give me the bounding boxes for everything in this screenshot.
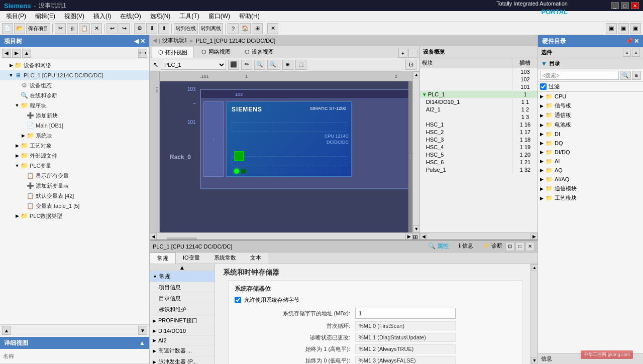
upload-button[interactable]: ⬆ <box>158 23 169 34</box>
ov-row-di14do10[interactable]: DI14/DO10_1 1 1 <box>420 98 538 106</box>
ov-row-hsc5[interactable]: HSC_5 1 20 <box>420 151 538 159</box>
ov-row-103[interactable]: 103 <box>420 68 538 76</box>
props-tree-project-info[interactable]: 项目信息 <box>150 282 215 293</box>
arrow-system-blocks[interactable]: ▶ <box>20 133 26 139</box>
hw-filter-checkbox[interactable] <box>540 83 547 90</box>
nav-back-icon[interactable]: ◀ <box>153 37 157 44</box>
props-tree-hsc[interactable]: ▶ 高速计数器 ... <box>150 345 215 356</box>
tree-item-var-table-1[interactable]: ▶ 📋 变量表 table_1 [5] <box>0 201 149 211</box>
ov-row-hsc6[interactable]: HSC_6 1 21 <box>420 159 538 166</box>
tree-resize-button[interactable]: ⟷ <box>138 49 147 58</box>
ov-row-ai2[interactable]: AI2_1 1 2 <box>420 106 538 113</box>
ov-row-hsc3[interactable]: HSC_3 1 18 <box>420 136 538 144</box>
ov-row-empty-13[interactable]: 1 3 <box>420 113 538 121</box>
canvas-btn5[interactable]: ⊕ <box>282 60 293 70</box>
ov-row-hsc2[interactable]: HSC_2 1 17 <box>420 129 538 136</box>
tree-item-online-diag[interactable]: ▶ 🔍 在线和诊断 <box>0 90 149 100</box>
hw-search-reset-btn[interactable]: ≡ <box>632 71 641 80</box>
arrow-ext-src[interactable]: ▶ <box>14 153 20 159</box>
cat-item-ai[interactable]: ▶ 📁 AI <box>538 157 643 166</box>
tree-item-plc-vars[interactable]: ▼ 📁 PLC变量 <box>0 161 149 171</box>
properties-tab[interactable]: 🔍 属性 <box>428 242 449 251</box>
hw-catalog-pin-btn[interactable]: 📌 <box>625 38 633 45</box>
prop-tab-sys-const[interactable]: 系统常数 <box>207 253 243 264</box>
props-vscroll-down[interactable]: ▼ <box>531 357 538 364</box>
tree-item-ext-sources[interactable]: ▶ 📁 外部源文件 <box>0 151 149 161</box>
cut-button[interactable]: ✂ <box>55 23 66 34</box>
breadcrumb-plc[interactable]: PLC_1 [CPU 1214C DC/DC/DC] <box>196 38 275 44</box>
tree-scroll-down[interactable]: ▼ <box>138 326 147 335</box>
hw-options-btn2[interactable]: ≡ <box>632 49 640 57</box>
hw-options-btn1[interactable]: ≡ <box>623 49 631 57</box>
ov-row-102[interactable]: 102 <box>420 76 538 83</box>
ov-row-hsc1[interactable]: HSC_1 1 16 <box>420 121 538 129</box>
save-button[interactable]: 保存项目 <box>26 23 50 34</box>
tree-item-plc1[interactable]: ▼ 🖥 PLC_1 [CPU 1214C DC/DC/DC] <box>0 70 149 80</box>
cat-item-cpu[interactable]: ▶ 📁 CPU <box>538 92 643 101</box>
hw-search-input[interactable] <box>540 71 619 80</box>
canvas-btn2[interactable]: ✏ <box>241 60 252 70</box>
arrow-plc1[interactable]: ▼ <box>8 72 14 78</box>
menu-project[interactable]: 项目(P) <box>2 11 30 22</box>
device-canvas[interactable]: Rack_0 103 – 101 <box>160 81 412 232</box>
tree-item-device-config[interactable]: ▶ ⚙ 设备组态 <box>0 80 149 90</box>
cat-item-aq[interactable]: ▶ 📁 AQ <box>538 166 643 175</box>
cat-item-battery-board[interactable]: ▶ 📁 电池板 <box>538 120 643 130</box>
goto-offline-button[interactable]: 转到离线 <box>199 23 223 34</box>
menu-window[interactable]: 窗口(W) <box>204 11 234 22</box>
copy-button[interactable]: ⎘ <box>67 23 78 34</box>
tree-header-btn2[interactable]: ✕ <box>140 38 145 45</box>
ov-hscroll-right[interactable]: ▶ <box>530 233 538 239</box>
tree-item-system-blocks[interactable]: ▶ 📁 系统块 <box>0 131 149 141</box>
canvas-hscroll-right[interactable]: ▶ <box>405 233 412 240</box>
props-tree-general[interactable]: ▼ 常规 <box>150 271 215 282</box>
new-button[interactable]: 📄 <box>2 23 13 34</box>
menu-help[interactable]: 帮助(H) <box>235 11 264 22</box>
canvas-vscroll-up[interactable]: ▲ <box>413 71 419 78</box>
canvas-btn1[interactable]: ⬛ <box>228 60 239 70</box>
ov-hscroll-left[interactable]: ◀ <box>420 233 427 239</box>
canvas-btn6[interactable]: ⬚ <box>295 60 306 70</box>
tree-header-btn1[interactable]: ◀ <box>134 38 139 45</box>
tb-right3[interactable]: ▣ <box>630 23 641 34</box>
plc1-tree-arrow[interactable]: ▼ <box>422 92 427 97</box>
tree-back-button[interactable]: ◀ <box>2 49 11 58</box>
cat-item-di[interactable]: ▶ 📁 DI <box>538 130 643 139</box>
tree-item-add-var-table[interactable]: ▶ ➕ 添加新变量表 <box>0 181 149 191</box>
tree-item-default-var-table[interactable]: ▶ 📋 默认变量表 [42] <box>0 191 149 201</box>
menu-edit[interactable]: 编辑(E) <box>31 11 59 22</box>
cat-item-dq-di[interactable]: ▶ 📁 DI/DQ <box>538 148 643 157</box>
overview-button[interactable]: ⊞ <box>252 23 263 34</box>
ov-row-101[interactable]: 101 <box>420 83 538 91</box>
tab-device-view[interactable]: ⬡ 设备视图 <box>238 46 280 58</box>
arrow-plc-data-types[interactable]: ▶ <box>14 213 20 219</box>
cat-item-signal-board[interactable]: ▶ 📁 信号板 <box>538 101 643 110</box>
menu-view[interactable]: 视图(V) <box>60 11 88 22</box>
props-vscroll-up[interactable]: ▲ <box>531 264 538 271</box>
field-input-addr[interactable] <box>355 308 456 319</box>
props-tree-ai2[interactable]: ▶ AI2 <box>150 336 215 345</box>
tree-fwd-button[interactable]: ▶ <box>12 49 21 58</box>
tree-item-main-ob1[interactable]: ▶ 📄 Main [OB1] <box>0 120 149 131</box>
tab-network[interactable]: ⬡ 网络视图 <box>195 46 237 58</box>
cat-item-dq[interactable]: ▶ 📁 DQ <box>538 139 643 148</box>
prop-tab-io-vars[interactable]: IO变量 <box>176 253 207 264</box>
arrow-tech-obj[interactable]: ▶ <box>14 143 20 149</box>
redo-button[interactable]: ↪ <box>119 23 130 34</box>
prop-tab-general[interactable]: 常规 <box>150 253 176 264</box>
cat-item-tech-module[interactable]: ▶ 📁 工艺模块 <box>538 193 643 203</box>
green-button[interactable] <box>234 151 244 161</box>
tree-item-program-blocks[interactable]: ▼ 📁 程序块 <box>0 100 149 110</box>
props-tree-ident-maint[interactable]: 标识和维护 <box>150 304 215 315</box>
tab-topology[interactable]: ⬡ 拓扑视图 <box>152 47 194 58</box>
menu-online[interactable]: 在线(O) <box>116 11 145 22</box>
tree-item-plc-data-types[interactable]: ▶ 📁 PLC数据类型 <box>0 211 149 221</box>
plc-selector[interactable]: PLC_1 <box>161 60 226 70</box>
bottom-close-btn[interactable]: ✕ <box>525 242 534 251</box>
detail-collapse-btn[interactable]: ▲ <box>139 339 145 346</box>
menu-insert[interactable]: 插入(I) <box>89 11 115 22</box>
compile-button[interactable]: ⚙ <box>134 23 145 34</box>
arrow-plc-vars[interactable]: ▼ <box>14 163 20 169</box>
canvas-hscroll-left[interactable]: ◀ <box>150 233 157 240</box>
props-tree-pulse[interactable]: ▶ 脉冲发生器 (P... <box>150 356 215 364</box>
